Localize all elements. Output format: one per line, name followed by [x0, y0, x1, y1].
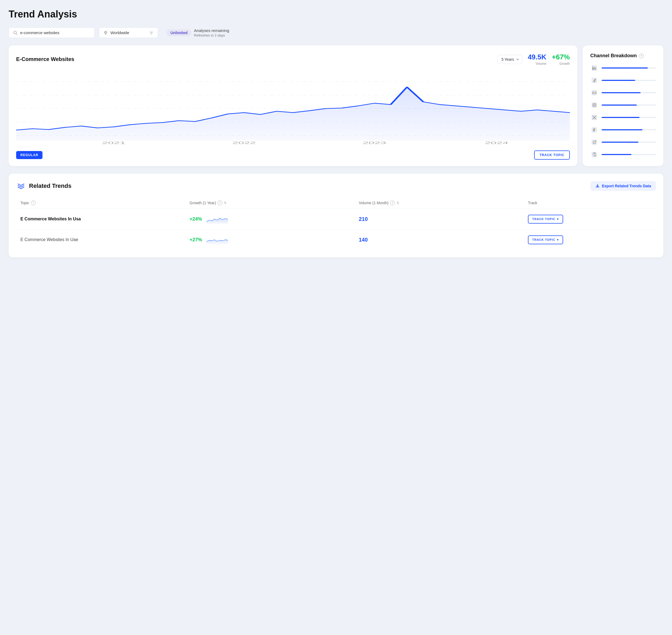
trend-chart: 2021 2022 2023 2024	[16, 71, 570, 146]
volume-sort-icon[interactable]: ⇅	[396, 201, 399, 205]
growth-cell-1: +24%	[190, 214, 354, 224]
track-chevron-1: ▾	[557, 217, 559, 221]
related-trends-section: Related Trends Export Related Trends Dat…	[8, 174, 664, 258]
svg-rect-22	[592, 102, 597, 108]
track-chevron-2: ▾	[557, 238, 559, 242]
svg-point-31	[594, 142, 595, 143]
channel-item-twitter	[590, 113, 656, 122]
growth-value: +67%	[552, 53, 570, 61]
related-title-wrap: Related Trends	[16, 181, 71, 191]
search-icon	[13, 31, 18, 35]
track-cell-1: TRACK TOPIC ▾	[528, 215, 652, 224]
volume-value: 49.5K	[528, 53, 546, 61]
track-topic-button-2[interactable]: TRACK TOPIC ▾	[528, 235, 563, 244]
pinterest-icon	[590, 151, 598, 158]
channel-item-facebook	[590, 126, 656, 134]
topic-help-icon[interactable]: ?	[31, 200, 36, 205]
regular-button[interactable]: REGULAR	[16, 151, 42, 159]
growth-stat: +67% Growth	[552, 53, 570, 66]
svg-text:2021: 2021	[102, 141, 126, 145]
export-related-trends-button[interactable]: Export Related Trends Data	[590, 181, 656, 191]
track-topic-button-1[interactable]: TRACK TOPIC ▾	[528, 215, 563, 224]
chart-controls: 5 Years 1 Year 3 Years 49.5K Volume +67%…	[497, 53, 570, 66]
location-selector[interactable]: Worldwide	[99, 27, 158, 38]
col-growth: Growth (1 Year) ? ⇅	[190, 200, 354, 205]
growth-value-1: +24%	[190, 216, 202, 222]
topic-cell-1: E Commerce Websites In Usa	[20, 217, 185, 221]
table-header: Topic ? Growth (1 Year) ? ⇅ Volume (1 Mo…	[16, 197, 656, 209]
youtube-bar-track	[602, 92, 656, 93]
track-topic-button[interactable]: TRACK TOPIC	[534, 151, 570, 160]
track-label-1: TRACK TOPIC	[532, 217, 555, 221]
chart-header: E-Commerce Websites 5 Years 1 Year 3 Yea…	[16, 53, 570, 66]
instagram-bar-fill	[602, 105, 637, 106]
topic-cell-2: E Commerce Websites In Uae	[20, 237, 185, 242]
volume-cell-2: 140	[359, 237, 524, 243]
channel-breakdown-card: Channel Breakdown ?	[583, 45, 664, 166]
related-trends-header: Related Trends Export Related Trends Dat…	[16, 181, 656, 191]
track-cell-2: TRACK TOPIC ▾	[528, 235, 652, 244]
volume-label: Volume	[528, 62, 546, 66]
location-label: Worldwide	[110, 30, 147, 35]
col-volume-label: Volume (1 Month)	[359, 201, 389, 205]
volume-cell-1: 210	[359, 216, 524, 222]
stats: 49.5K Volume +67% Growth	[528, 53, 570, 66]
twitter-bar-track	[602, 117, 656, 118]
pinterest-bar-fill	[602, 154, 631, 155]
instagram-icon	[590, 101, 598, 109]
filter-icon	[149, 31, 153, 35]
channel-help-icon[interactable]: ?	[639, 53, 644, 58]
chart-area: 2021 2022 2023 2024	[16, 71, 570, 146]
topic-name-1: E Commerce Websites In Usa	[20, 217, 81, 221]
channel-item-linkedin	[590, 64, 656, 72]
volume-help-icon[interactable]: ?	[390, 200, 395, 205]
channel-item-reddit	[590, 138, 656, 146]
location-icon	[104, 31, 108, 35]
pinterest-bar-track	[602, 154, 656, 155]
svg-rect-16	[592, 67, 593, 70]
volume-stat: 49.5K Volume	[528, 53, 546, 66]
svg-point-25	[595, 104, 596, 104]
topic-name-2: E Commerce Websites In Uae	[20, 237, 78, 242]
time-period-select[interactable]: 5 Years 1 Year 3 Years	[497, 55, 522, 64]
chart-footer: REGULAR TRACK TOPIC	[16, 151, 570, 160]
svg-rect-28	[592, 139, 597, 145]
svg-point-30	[593, 142, 594, 143]
mini-chart-2	[207, 235, 228, 244]
page-title: Trend Analysis	[8, 8, 664, 20]
volume-value-1: 210	[359, 216, 368, 222]
channel-item-pinterest	[590, 151, 656, 158]
export-label: Export Related Trends Data	[602, 184, 651, 188]
svg-text:2023: 2023	[363, 141, 386, 145]
col-track-label: Track	[528, 201, 537, 205]
twitter-x-icon	[590, 113, 598, 122]
col-growth-label: Growth (1 Year)	[190, 201, 216, 205]
analyses-info: Unlimited Analyses remaining Refreshes i…	[167, 28, 229, 37]
facebook-icon	[590, 126, 598, 134]
search-input[interactable]	[20, 30, 90, 35]
growth-help-icon[interactable]: ?	[217, 200, 222, 205]
chart-title: E-Commerce Websites	[16, 56, 74, 62]
svg-point-17	[592, 66, 593, 67]
youtube-bar-fill	[602, 92, 641, 93]
channel-item-tiktok	[590, 76, 656, 84]
volume-value-2: 140	[359, 237, 368, 243]
svg-text:2024: 2024	[485, 141, 508, 145]
reddit-bar-fill	[602, 141, 638, 143]
channel-item-instagram	[590, 101, 656, 109]
growth-value-2: +27%	[190, 237, 202, 243]
mini-chart-1	[207, 214, 228, 224]
main-content: E-Commerce Websites 5 Years 1 Year 3 Yea…	[8, 45, 664, 166]
growth-cell-2: +27%	[190, 235, 354, 244]
svg-text:2022: 2022	[232, 141, 256, 145]
unlimited-badge: Unlimited	[167, 29, 191, 36]
tiktok-icon	[590, 76, 598, 84]
linkedin-icon	[590, 64, 598, 72]
facebook-bar-track	[602, 129, 656, 130]
growth-label: Growth	[552, 62, 570, 66]
channel-list	[590, 64, 656, 158]
col-topic: Topic ?	[20, 200, 185, 205]
linkedin-bar-fill	[602, 67, 648, 68]
growth-sort-icon[interactable]: ⇅	[224, 201, 226, 205]
search-box[interactable]	[8, 27, 94, 38]
